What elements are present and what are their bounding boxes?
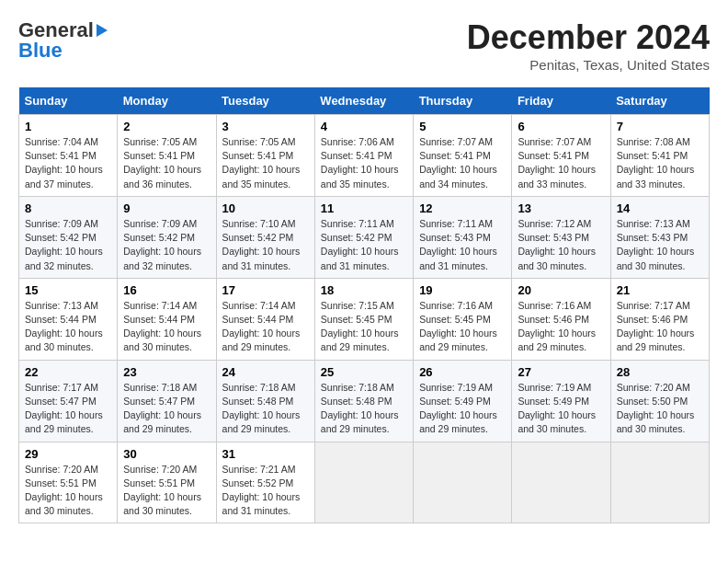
calendar-cell: 4 Sunrise: 7:06 AMSunset: 5:41 PMDayligh… bbox=[314, 115, 413, 197]
week-row-2: 8 Sunrise: 7:09 AMSunset: 5:42 PMDayligh… bbox=[19, 196, 710, 278]
day-number: 13 bbox=[518, 201, 604, 215]
weekday-header-row: SundayMondayTuesdayWednesdayThursdayFrid… bbox=[19, 87, 710, 115]
logo: General Blue bbox=[18, 18, 108, 63]
day-number: 15 bbox=[25, 283, 111, 297]
day-info: Sunrise: 7:18 AMSunset: 5:48 PMDaylight:… bbox=[222, 382, 301, 435]
calendar-cell: 21 Sunrise: 7:17 AMSunset: 5:46 PMDaylig… bbox=[610, 278, 709, 360]
day-info: Sunrise: 7:18 AMSunset: 5:47 PMDaylight:… bbox=[123, 382, 201, 435]
day-number: 19 bbox=[419, 283, 506, 297]
calendar-cell: 31 Sunrise: 7:21 AMSunset: 5:52 PMDaylig… bbox=[216, 442, 314, 523]
day-info: Sunrise: 7:15 AMSunset: 5:45 PMDaylight:… bbox=[321, 300, 399, 353]
calendar-cell: 23 Sunrise: 7:18 AMSunset: 5:47 PMDaylig… bbox=[118, 360, 216, 442]
day-number: 9 bbox=[123, 201, 210, 215]
day-number: 10 bbox=[222, 201, 309, 215]
day-number: 17 bbox=[222, 283, 309, 297]
calendar-cell: 13 Sunrise: 7:12 AMSunset: 5:43 PMDaylig… bbox=[512, 196, 610, 278]
week-row-1: 1 Sunrise: 7:04 AMSunset: 5:41 PMDayligh… bbox=[19, 115, 710, 197]
calendar-cell: 8 Sunrise: 7:09 AMSunset: 5:42 PMDayligh… bbox=[19, 196, 118, 278]
weekday-header-saturday: Saturday bbox=[610, 87, 709, 115]
day-info: Sunrise: 7:09 AMSunset: 5:42 PMDaylight:… bbox=[123, 218, 201, 271]
day-info: Sunrise: 7:19 AMSunset: 5:49 PMDaylight:… bbox=[419, 382, 497, 435]
calendar-cell: 10 Sunrise: 7:10 AMSunset: 5:42 PMDaylig… bbox=[216, 196, 314, 278]
calendar-cell: 7 Sunrise: 7:08 AMSunset: 5:41 PMDayligh… bbox=[610, 115, 709, 197]
day-number: 2 bbox=[123, 120, 210, 133]
day-info: Sunrise: 7:20 AMSunset: 5:50 PMDaylight:… bbox=[617, 382, 695, 435]
day-number: 14 bbox=[617, 201, 703, 215]
day-info: Sunrise: 7:16 AMSunset: 5:46 PMDaylight:… bbox=[518, 300, 596, 353]
day-info: Sunrise: 7:11 AMSunset: 5:43 PMDaylight:… bbox=[419, 218, 497, 271]
calendar-cell: 24 Sunrise: 7:18 AMSunset: 5:48 PMDaylig… bbox=[216, 360, 314, 442]
day-info: Sunrise: 7:19 AMSunset: 5:49 PMDaylight:… bbox=[518, 382, 596, 435]
calendar-cell bbox=[610, 442, 709, 523]
day-number: 24 bbox=[222, 365, 309, 379]
day-info: Sunrise: 7:07 AMSunset: 5:41 PMDaylight:… bbox=[419, 136, 497, 190]
day-number: 16 bbox=[123, 283, 210, 297]
calendar-cell: 2 Sunrise: 7:05 AMSunset: 5:41 PMDayligh… bbox=[118, 115, 216, 197]
day-info: Sunrise: 7:11 AMSunset: 5:42 PMDaylight:… bbox=[321, 218, 399, 271]
day-number: 5 bbox=[419, 120, 506, 133]
day-number: 31 bbox=[222, 447, 309, 461]
logo-line2: Blue bbox=[18, 39, 63, 63]
weekday-header-monday: Monday bbox=[118, 87, 216, 115]
day-number: 28 bbox=[617, 365, 703, 379]
weekday-header-thursday: Thursday bbox=[414, 87, 512, 115]
day-info: Sunrise: 7:04 AMSunset: 5:41 PMDaylight:… bbox=[25, 136, 103, 190]
day-number: 8 bbox=[25, 201, 111, 215]
day-number: 20 bbox=[518, 283, 604, 297]
calendar-cell: 11 Sunrise: 7:11 AMSunset: 5:42 PMDaylig… bbox=[314, 196, 413, 278]
calendar-cell: 16 Sunrise: 7:14 AMSunset: 5:44 PMDaylig… bbox=[118, 278, 216, 360]
day-number: 6 bbox=[518, 120, 604, 133]
calendar-cell: 12 Sunrise: 7:11 AMSunset: 5:43 PMDaylig… bbox=[414, 196, 512, 278]
calendar-cell bbox=[314, 442, 413, 523]
day-number: 22 bbox=[25, 365, 111, 379]
day-info: Sunrise: 7:09 AMSunset: 5:42 PMDaylight:… bbox=[25, 218, 103, 271]
calendar-cell: 28 Sunrise: 7:20 AMSunset: 5:50 PMDaylig… bbox=[610, 360, 709, 442]
calendar-cell: 1 Sunrise: 7:04 AMSunset: 5:41 PMDayligh… bbox=[19, 115, 118, 197]
week-row-5: 29 Sunrise: 7:20 AMSunset: 5:51 PMDaylig… bbox=[19, 442, 710, 523]
day-info: Sunrise: 7:14 AMSunset: 5:44 PMDaylight:… bbox=[222, 300, 301, 353]
day-info: Sunrise: 7:20 AMSunset: 5:51 PMDaylight:… bbox=[25, 464, 103, 517]
calendar-cell: 26 Sunrise: 7:19 AMSunset: 5:49 PMDaylig… bbox=[414, 360, 512, 442]
day-info: Sunrise: 7:14 AMSunset: 5:44 PMDaylight:… bbox=[123, 300, 201, 353]
day-info: Sunrise: 7:13 AMSunset: 5:43 PMDaylight:… bbox=[617, 218, 695, 271]
day-info: Sunrise: 7:17 AMSunset: 5:47 PMDaylight:… bbox=[25, 382, 103, 435]
calendar-cell: 14 Sunrise: 7:13 AMSunset: 5:43 PMDaylig… bbox=[610, 196, 709, 278]
day-info: Sunrise: 7:21 AMSunset: 5:52 PMDaylight:… bbox=[222, 464, 301, 517]
calendar-cell: 30 Sunrise: 7:20 AMSunset: 5:51 PMDaylig… bbox=[118, 442, 216, 523]
day-info: Sunrise: 7:12 AMSunset: 5:43 PMDaylight:… bbox=[518, 218, 596, 271]
weekday-header-sunday: Sunday bbox=[19, 87, 118, 115]
day-info: Sunrise: 7:06 AMSunset: 5:41 PMDaylight:… bbox=[321, 136, 399, 190]
day-number: 23 bbox=[123, 365, 210, 379]
calendar-cell: 3 Sunrise: 7:05 AMSunset: 5:41 PMDayligh… bbox=[216, 115, 314, 197]
day-number: 30 bbox=[123, 447, 210, 461]
calendar-cell: 27 Sunrise: 7:19 AMSunset: 5:49 PMDaylig… bbox=[512, 360, 610, 442]
day-number: 3 bbox=[222, 120, 309, 133]
calendar-cell: 9 Sunrise: 7:09 AMSunset: 5:42 PMDayligh… bbox=[118, 196, 216, 278]
weekday-header-tuesday: Tuesday bbox=[216, 87, 314, 115]
day-number: 27 bbox=[518, 365, 604, 379]
calendar-cell bbox=[414, 442, 512, 523]
day-number: 26 bbox=[419, 365, 506, 379]
calendar-cell: 25 Sunrise: 7:18 AMSunset: 5:48 PMDaylig… bbox=[314, 360, 413, 442]
calendar-cell: 18 Sunrise: 7:15 AMSunset: 5:45 PMDaylig… bbox=[314, 278, 413, 360]
day-number: 1 bbox=[25, 120, 111, 133]
day-number: 12 bbox=[419, 201, 506, 215]
day-info: Sunrise: 7:13 AMSunset: 5:44 PMDaylight:… bbox=[25, 300, 103, 353]
day-info: Sunrise: 7:18 AMSunset: 5:48 PMDaylight:… bbox=[321, 382, 399, 435]
week-row-3: 15 Sunrise: 7:13 AMSunset: 5:44 PMDaylig… bbox=[19, 278, 710, 360]
day-number: 4 bbox=[321, 120, 407, 133]
day-info: Sunrise: 7:05 AMSunset: 5:41 PMDaylight:… bbox=[123, 136, 201, 190]
calendar-cell: 15 Sunrise: 7:13 AMSunset: 5:44 PMDaylig… bbox=[19, 278, 118, 360]
calendar-table: SundayMondayTuesdayWednesdayThursdayFrid… bbox=[18, 87, 710, 523]
logo-arrow-icon bbox=[97, 24, 108, 37]
day-number: 21 bbox=[617, 283, 703, 297]
day-info: Sunrise: 7:07 AMSunset: 5:41 PMDaylight:… bbox=[518, 136, 596, 190]
page-header: General Blue December 2024 Penitas, Texa… bbox=[18, 18, 710, 73]
calendar-cell: 17 Sunrise: 7:14 AMSunset: 5:44 PMDaylig… bbox=[216, 278, 314, 360]
day-info: Sunrise: 7:20 AMSunset: 5:51 PMDaylight:… bbox=[123, 464, 201, 517]
day-info: Sunrise: 7:05 AMSunset: 5:41 PMDaylight:… bbox=[222, 136, 301, 190]
calendar-cell bbox=[512, 442, 610, 523]
calendar-cell: 19 Sunrise: 7:16 AMSunset: 5:45 PMDaylig… bbox=[414, 278, 512, 360]
day-number: 29 bbox=[25, 447, 111, 461]
day-number: 7 bbox=[617, 120, 703, 133]
